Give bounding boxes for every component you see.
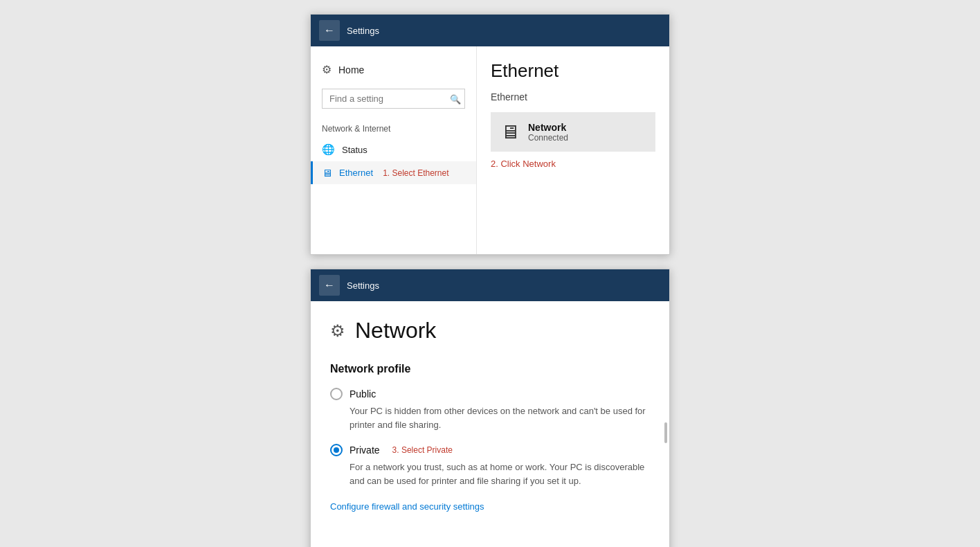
ethernet-icon: 🖥 [322, 167, 332, 179]
sidebar-item-ethernet-label: Ethernet [339, 168, 373, 178]
search-input[interactable] [322, 89, 465, 109]
window-1: ← Settings ⚙ Home 🔍 Network & Internet 🌐… [310, 14, 670, 255]
page-gear-icon: ⚙ [330, 321, 345, 341]
private-description: For a network you trust, such as at home… [350, 460, 650, 487]
back-button-2[interactable]: ← [319, 275, 340, 296]
public-label: Public [350, 388, 376, 400]
page-title: Network [355, 318, 436, 343]
public-radio-row[interactable]: Public [330, 388, 650, 400]
private-annotation: 3. Select Private [392, 445, 453, 455]
private-radio-row[interactable]: Private 3. Select Private [330, 444, 650, 456]
sidebar-item-status-label: Status [342, 145, 368, 155]
title-bar-2: ← Settings [311, 269, 669, 301]
window-title-2: Settings [347, 280, 379, 291]
title-bar-1: ← Settings [311, 15, 669, 46]
status-icon: 🌐 [322, 143, 335, 156]
network-card[interactable]: 🖥 Network Connected [491, 112, 655, 152]
click-annotation: 2. Click Network [491, 159, 655, 169]
network-icon: 🖥 [500, 120, 520, 143]
window1-body: ⚙ Home 🔍 Network & Internet 🌐 Status 🖥 E… [311, 46, 669, 254]
panel-subtitle: Ethernet [491, 91, 655, 102]
back-button-1[interactable]: ← [319, 20, 340, 41]
sidebar-item-status[interactable]: 🌐 Status [311, 138, 476, 161]
page-header: ⚙ Network [330, 318, 650, 343]
section-heading: Network profile [330, 363, 650, 375]
window2-body: ⚙ Network Network profile Public Your PC… [311, 301, 669, 547]
network-name: Network [528, 122, 568, 133]
sidebar-item-ethernet[interactable]: 🖥 Ethernet 1. Select Ethernet [311, 161, 476, 184]
main-panel-1: Ethernet Ethernet 🖥 Network Connected 2.… [477, 46, 669, 254]
panel-title: Ethernet [491, 60, 655, 82]
private-label: Private [350, 445, 380, 456]
window-2: ← Settings ⚙ Network Network profile Pub… [310, 269, 670, 547]
public-radio[interactable] [330, 388, 343, 400]
scrollbar-thumb[interactable] [664, 422, 667, 443]
network-status: Connected [528, 133, 568, 143]
network-info: Network Connected [528, 122, 568, 143]
firewall-link[interactable]: Configure firewall and security settings [330, 501, 484, 512]
public-description: Your PC is hidden from other devices on … [350, 404, 650, 431]
private-radio[interactable] [330, 444, 343, 456]
search-box: 🔍 [322, 89, 465, 109]
home-label: Home [338, 64, 364, 75]
window-title-1: Settings [347, 26, 379, 36]
home-item[interactable]: ⚙ Home [311, 57, 476, 82]
sidebar: ⚙ Home 🔍 Network & Internet 🌐 Status 🖥 E… [311, 46, 477, 254]
scrollbar-track[interactable] [664, 301, 668, 547]
search-icon-button[interactable]: 🔍 [450, 93, 461, 104]
section-label: Network & Internet [311, 116, 476, 138]
gear-icon: ⚙ [322, 63, 332, 76]
ethernet-annotation: 1. Select Ethernet [383, 168, 448, 178]
